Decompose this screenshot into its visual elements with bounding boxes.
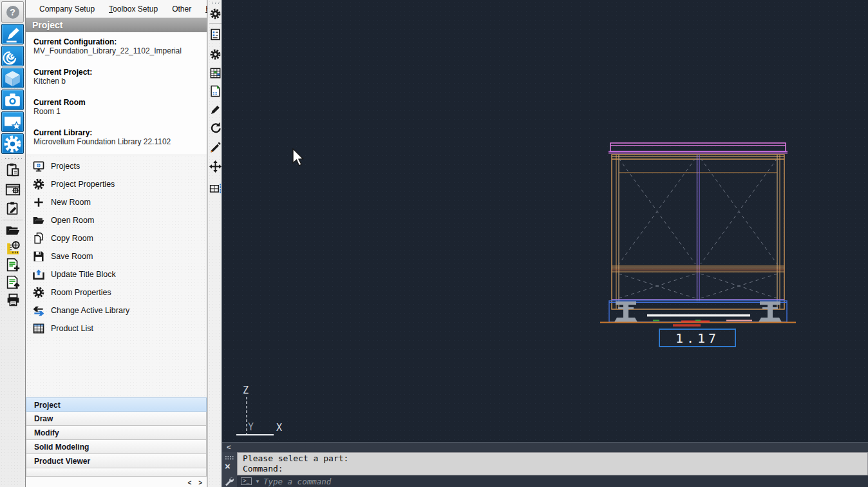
- cube-icon: [2, 68, 23, 89]
- draw-marker-button[interactable]: [1, 24, 24, 44]
- drag-grip[interactable]: [225, 455, 234, 461]
- command-history[interactable]: Please select a part: Command:: [237, 452, 868, 475]
- current-project-value: Kitchen b: [33, 77, 66, 86]
- marker-icon: [2, 24, 23, 45]
- render-button[interactable]: [1, 46, 24, 66]
- toolbar-grip[interactable]: [4, 157, 22, 160]
- section-view-button[interactable]: [209, 180, 222, 196]
- camera-icon: [2, 90, 23, 111]
- gear-icon: [209, 8, 222, 20]
- axis-z-label: Z: [243, 385, 249, 396]
- chevron-down-icon[interactable]: ▼: [255, 479, 260, 484]
- properties-button[interactable]: [209, 45, 222, 63]
- move-button[interactable]: [209, 158, 222, 174]
- open-button[interactable]: [1, 222, 24, 240]
- measure-button[interactable]: [1, 239, 24, 257]
- customize-button[interactable]: [224, 476, 234, 487]
- saved-views-button[interactable]: [1, 111, 24, 132]
- action-project-properties[interactable]: Project Properties: [26, 175, 207, 193]
- tab-solid-modeling[interactable]: Solid Modeling: [26, 440, 207, 454]
- copy-pages-icon: [32, 232, 45, 245]
- cabinet-drawing[interactable]: [599, 138, 805, 329]
- spreadsheet-icon: [209, 67, 222, 79]
- export-document-button[interactable]: [1, 274, 24, 292]
- command-prompt-icon: >_: [241, 477, 252, 485]
- current-room-label: Current Room: [33, 98, 86, 107]
- scroll-left-arrow[interactable]: <: [227, 443, 231, 451]
- action-update-title-block[interactable]: Update Title Block: [26, 265, 207, 283]
- close-icon[interactable]: ×: [225, 461, 231, 472]
- report-button[interactable]: [209, 83, 222, 99]
- tab-draw[interactable]: Draw: [26, 412, 207, 426]
- menu-other[interactable]: Other: [166, 2, 197, 16]
- current-library-label: Current Library:: [33, 128, 92, 137]
- current-configuration-label: Current Configuration:: [33, 37, 117, 46]
- ucs-axis-icon: Z Y X: [229, 385, 290, 440]
- printer-icon: [5, 292, 21, 309]
- menu-toolbox-setup[interactable]: Toolbox Setup: [103, 2, 164, 16]
- form-checklist-icon: [209, 28, 222, 41]
- marker-pen-icon: [209, 103, 222, 115]
- paste-button[interactable]: [1, 161, 24, 179]
- gear-icon: [2, 133, 23, 155]
- toolbar-grip[interactable]: [211, 1, 220, 5]
- action-copy-room[interactable]: Copy Room: [26, 229, 207, 247]
- mouse-cursor: [292, 148, 306, 167]
- toolbar-separator: [209, 23, 222, 24]
- window-box-icon: [5, 181, 21, 198]
- ruler-target-icon: [5, 240, 21, 256]
- settings-button[interactable]: [1, 133, 24, 154]
- cleanup-button[interactable]: [209, 139, 222, 155]
- command-panel-handle: ×: [222, 452, 237, 487]
- print-button[interactable]: [1, 291, 24, 309]
- gear-icon: [32, 178, 45, 191]
- swap-arrows-icon: [32, 304, 45, 317]
- command-scrollbar[interactable]: <: [222, 442, 868, 452]
- menu-company-setup[interactable]: Company Setup: [33, 2, 100, 16]
- tab-project[interactable]: Project: [26, 397, 207, 412]
- window-selection-button[interactable]: [1, 180, 24, 198]
- wrench-icon: [224, 476, 234, 486]
- current-library-value: Microvellum Foundation Library 22.1102: [33, 137, 171, 146]
- tab-scroll-arrows[interactable]: < >: [188, 479, 205, 486]
- panel-tab-list: Project Draw Modify Solid Modeling Produ…: [26, 397, 207, 477]
- project-actions-list: Projects Project Properties New Room Ope…: [26, 155, 207, 398]
- left-toolbar: ?: [0, 0, 26, 487]
- right-toolbar: [207, 0, 222, 487]
- spiral-icon: [2, 46, 23, 67]
- settings-tool-button[interactable]: [209, 6, 222, 21]
- regenerate-button[interactable]: [209, 120, 222, 135]
- panel-title: Project: [26, 18, 207, 32]
- tab-modify[interactable]: Modify: [26, 426, 207, 440]
- title-block-upload-icon: [32, 268, 45, 281]
- command-input-placeholder[interactable]: Type a command: [263, 477, 331, 486]
- action-change-active-library[interactable]: Change Active Library: [26, 301, 207, 320]
- report-document-icon: [209, 85, 222, 97]
- tab-product-viewer[interactable]: Product Viewer: [26, 454, 207, 468]
- redline-button[interactable]: [209, 101, 222, 117]
- action-save-room[interactable]: Save Room: [26, 247, 207, 265]
- action-open-room[interactable]: Open Room: [26, 211, 207, 229]
- dimension-box[interactable]: 1.17: [659, 329, 736, 347]
- 3d-view-button[interactable]: [1, 68, 24, 88]
- drawing-canvas[interactable]: 1.17 Z Y X: [222, 0, 868, 442]
- snapshot-button[interactable]: [1, 90, 24, 110]
- current-room-value: Room 1: [33, 107, 61, 116]
- action-room-properties[interactable]: Room Properties: [26, 283, 207, 301]
- clipboard-pencil-icon: [5, 200, 21, 217]
- picture-star-icon: [2, 111, 23, 133]
- prompts-form-button[interactable]: [209, 26, 222, 42]
- spreadsheet-button[interactable]: [209, 65, 222, 81]
- edit-clipboard-button[interactable]: [1, 200, 24, 218]
- command-history-line: Please select a part:: [243, 454, 862, 464]
- command-input-row[interactable]: >_ ▼ Type a command: [237, 475, 868, 487]
- help-button[interactable]: ?: [1, 1, 24, 23]
- tab-spacer: [26, 468, 207, 477]
- move-arrows-icon: [209, 160, 222, 173]
- project-panel: Company Setup Toolbox Setup Other Help P…: [26, 0, 207, 487]
- add-document-button[interactable]: [1, 256, 24, 274]
- action-projects[interactable]: Projects: [26, 157, 207, 175]
- action-product-list[interactable]: Product List: [26, 320, 207, 338]
- action-new-room[interactable]: New Room: [26, 193, 207, 211]
- command-panel: × Please select a part: Command: >_ ▼ Ty…: [222, 452, 868, 487]
